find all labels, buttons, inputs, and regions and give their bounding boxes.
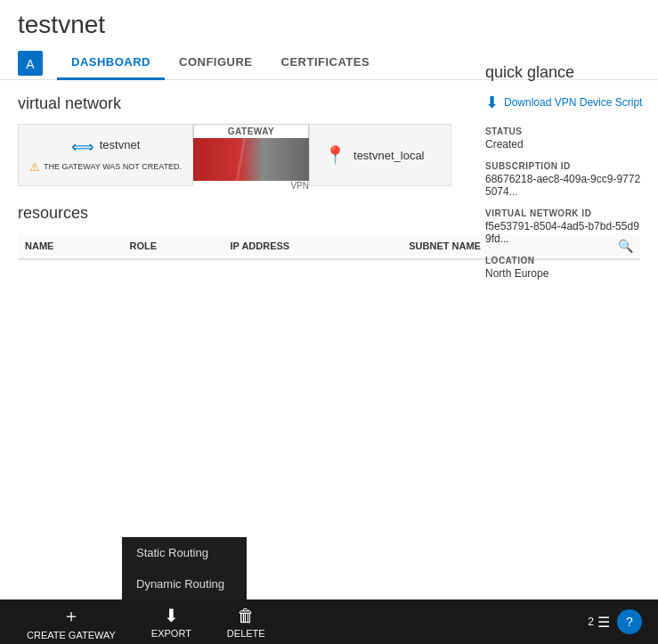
vnet-local-node: 📍 testvnet_local: [309, 124, 451, 186]
qg-vnet-id: VIRTUAL NETWORK ID f5e53791-8504-4ad5-b7…: [485, 208, 644, 245]
quick-glance-title: quick glance: [485, 63, 644, 82]
vnet-warning: ⚠ THE GATEWAY WAS NOT CREATED.: [29, 160, 182, 174]
gateway-bar-visual: [193, 138, 309, 181]
gateway-bar: [193, 138, 309, 181]
bottom-toolbar: ＋ CREATE GATEWAY ⬇ EXPORT 🗑 DELETE 2 ☰ ?: [0, 599, 658, 644]
create-gateway-label: CREATE GATEWAY: [27, 630, 116, 640]
toolbar-right: 2 ☰ ?: [588, 609, 642, 634]
vnet-local-node-name: testvnet_local: [353, 149, 425, 162]
badge-icon: ☰: [597, 614, 610, 631]
help-button[interactable]: ?: [617, 609, 642, 634]
quick-glance-panel: quick glance ⬇ Download VPN Device Scrip…: [471, 49, 658, 294]
dropdown-menu: Static Routing Dynamic Routing: [122, 537, 247, 599]
qg-location: LOCATION North Europe: [485, 256, 644, 280]
location-icon: 📍: [324, 144, 346, 166]
download-vpn-link[interactable]: ⬇ Download VPN Device Script: [485, 93, 644, 112]
delete-icon: 🗑: [237, 606, 255, 626]
gateway-section: GATEWAY VPN: [193, 124, 309, 186]
delete-label: DELETE: [227, 628, 265, 639]
qg-status-label: STATUS: [485, 126, 644, 136]
gateway-label: GATEWAY: [193, 124, 309, 138]
qg-status-value: Created: [485, 138, 644, 151]
col-ip: IP ADDRESS: [223, 233, 402, 259]
qg-location-value: North Europe: [485, 267, 644, 280]
svg-text:A: A: [26, 57, 35, 71]
download-link-text: Download VPN Device Script: [504, 96, 642, 109]
download-icon: ⬇: [485, 93, 499, 112]
export-label: EXPORT: [151, 628, 191, 639]
vpn-label: VPN: [287, 181, 309, 192]
create-gateway-button[interactable]: ＋ CREATE GATEWAY: [9, 604, 134, 640]
toolbar-badge: 2 ☰: [588, 614, 610, 631]
qg-subscription: SUBSCRIPTION ID 68676218-aec8-409a-9cc9-…: [485, 161, 644, 198]
azure-logo: A: [18, 51, 43, 76]
vnet-node-icon: ⟺: [71, 137, 94, 157]
vnet-left-node: ⟺ testvnet ⚠ THE GATEWAY WAS NOT CREATED…: [18, 124, 193, 186]
warning-icon: ⚠: [29, 160, 40, 174]
tab-configure[interactable]: CONFIGURE: [165, 46, 267, 80]
qg-location-label: LOCATION: [485, 256, 644, 265]
col-role: ROLE: [123, 233, 223, 259]
dropdown-static-routing[interactable]: Static Routing: [122, 537, 247, 568]
qg-subscription-value: 68676218-aec8-409a-9cc9-97725074...: [485, 173, 644, 198]
vnet-left-node-name: testvnet: [100, 138, 141, 151]
tab-certificates[interactable]: CERTIFICATES: [267, 46, 385, 80]
badge-count: 2: [588, 615, 594, 628]
qg-subscription-label: SUBSCRIPTION ID: [485, 161, 644, 171]
dropdown-dynamic-routing[interactable]: Dynamic Routing: [122, 568, 247, 599]
qg-vnet-id-value: f5e53791-8504-4ad5-b7bd-55d99fd...: [485, 220, 644, 245]
tab-dashboard[interactable]: DASHBOARD: [57, 46, 165, 80]
delete-button[interactable]: 🗑 DELETE: [209, 606, 283, 639]
vnet-warning-text: THE GATEWAY WAS NOT CREATED.: [44, 162, 182, 171]
create-gateway-icon: ＋: [62, 604, 80, 628]
qg-vnet-id-label: VIRTUAL NETWORK ID: [485, 208, 644, 218]
col-name: NAME: [18, 233, 123, 259]
page-header: testvnet: [0, 0, 658, 39]
export-icon: ⬇: [164, 605, 179, 626]
export-button[interactable]: ⬇ EXPORT: [134, 605, 209, 639]
page-title: testvnet: [18, 11, 640, 39]
qg-status: STATUS Created: [485, 126, 644, 151]
